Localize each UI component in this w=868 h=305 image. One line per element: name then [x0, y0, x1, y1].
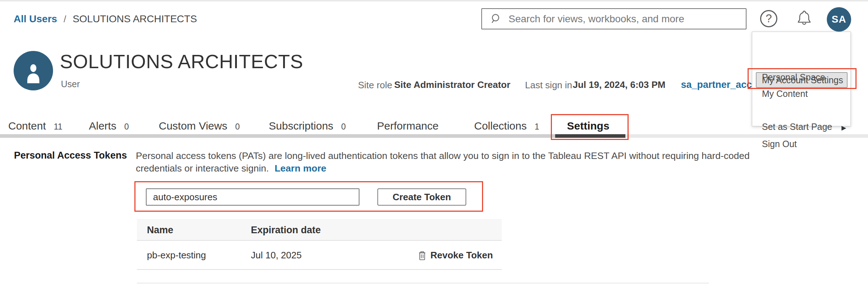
tab-settings[interactable]: Settings — [567, 120, 609, 132]
tableau-user-settings-page: All Users / SOLUTIONS ARCHITECTS ? SA Pe… — [0, 0, 868, 305]
tab-custom-views[interactable]: Custom Views0 — [159, 120, 240, 132]
last-sign-in-value: Jul 19, 2024, 6:03 PM — [573, 79, 666, 90]
tab-label: Content — [8, 120, 46, 132]
breadcrumb-separator: / — [63, 14, 66, 25]
account-menu: Personal Space My Content My Account Set… — [752, 32, 851, 126]
last-sign-in-label: Last sign in — [525, 80, 572, 91]
pat-table: Name Expiration date pb-exp-testing Jul … — [137, 219, 502, 270]
tab-count: 1 — [535, 122, 539, 132]
section-label-personal-access-tokens: Personal Access Tokens — [14, 150, 127, 161]
tab-label: Custom Views — [159, 120, 227, 132]
learn-more-link[interactable]: Learn more — [275, 163, 326, 174]
pat-description-text: credentials or interactive signin. — [136, 163, 269, 174]
site-role-value: Site Administrator Creator — [394, 79, 510, 90]
tab-count: 0 — [235, 122, 240, 132]
tab-label: Subscriptions — [269, 120, 333, 132]
tab-alerts[interactable]: Alerts0 — [89, 120, 129, 132]
search-input[interactable] — [509, 13, 746, 25]
column-header-name: Name — [147, 225, 173, 236]
search-box[interactable] — [481, 8, 747, 29]
menu-item-sign-out[interactable]: Sign Out — [762, 139, 797, 149]
username-link[interactable]: sa_partner_accou — [681, 79, 764, 90]
breadcrumb-all-users-link[interactable]: All Users — [14, 13, 57, 25]
tab-content[interactable]: Content11 — [8, 120, 62, 132]
token-name-cell: pb-exp-testing — [147, 250, 206, 261]
tab-bar — [0, 134, 555, 138]
tab-bar-extension — [625, 134, 868, 138]
tab-collections[interactable]: Collections1 — [474, 120, 539, 132]
section-divider — [137, 283, 709, 283]
pat-description-line1: Personal access tokens (PATs) are long-l… — [136, 150, 750, 161]
menu-item-my-account-settings[interactable]: My Account Settings — [762, 75, 843, 85]
tab-count: 11 — [54, 122, 62, 132]
active-tab-indicator — [555, 134, 625, 138]
bell-icon[interactable] — [795, 9, 814, 27]
tab-performance[interactable]: Performance — [377, 120, 439, 132]
table-row: pb-exp-testing Jul 10, 2025 Revoke Token — [137, 241, 502, 270]
token-expiration-cell: Jul 10, 2025 — [251, 250, 302, 261]
revoke-token-label: Revoke Token — [430, 250, 493, 261]
pat-table-header: Name Expiration date — [137, 219, 502, 241]
create-token-button[interactable]: Create Token — [377, 188, 466, 206]
person-icon — [22, 60, 45, 83]
tab-subscriptions[interactable]: Subscriptions0 — [269, 120, 346, 132]
breadcrumb: All Users / SOLUTIONS ARCHITECTS — [14, 13, 197, 25]
tab-label: Settings — [567, 120, 609, 132]
help-icon[interactable]: ? — [760, 10, 777, 27]
tab-label: Collections — [474, 120, 527, 132]
breadcrumb-current: SOLUTIONS ARCHITECTS — [73, 13, 197, 25]
revoke-token-button[interactable]: Revoke Token — [418, 250, 493, 261]
menu-item-my-content[interactable]: My Content — [762, 89, 808, 99]
column-header-expiration: Expiration date — [251, 225, 321, 236]
chevron-right-icon: ▶ — [841, 125, 846, 131]
search-icon — [490, 13, 503, 25]
top-divider — [0, 0, 868, 1]
menu-item-set-as-start-page[interactable]: Set as Start Page▶ — [762, 122, 846, 132]
tab-count: 0 — [341, 122, 346, 132]
pat-description-line2: credentials or interactive signin.Learn … — [136, 163, 326, 174]
user-type-label: User — [61, 79, 80, 89]
trash-icon — [418, 250, 427, 261]
token-name-input[interactable] — [146, 188, 359, 206]
tab-label: Performance — [377, 120, 439, 132]
tab-label: Alerts — [89, 120, 116, 132]
site-role-label: Site role — [358, 80, 392, 91]
avatar[interactable]: SA — [827, 7, 851, 32]
profile-avatar — [14, 51, 53, 90]
menu-item-label: Set as Start Page — [762, 122, 832, 132]
tab-count: 0 — [124, 122, 129, 132]
page-title: SOLUTIONS ARCHITECTS — [60, 50, 303, 72]
